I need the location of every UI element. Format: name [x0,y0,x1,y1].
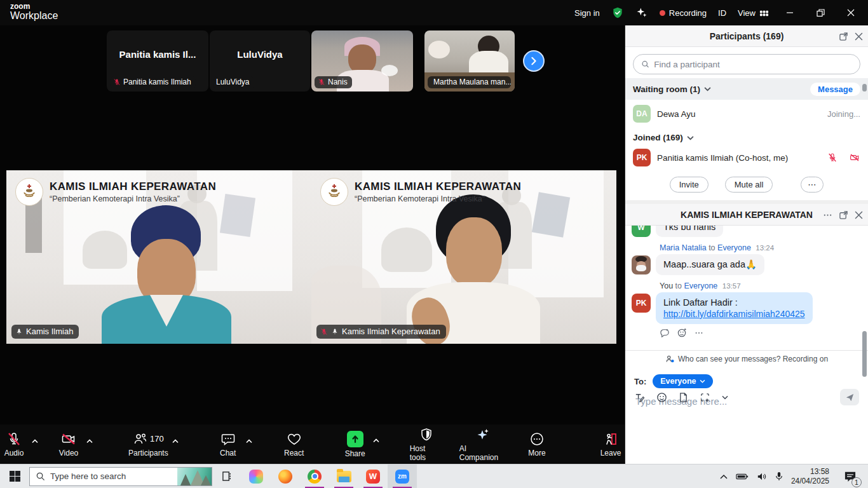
waiting-participant-row[interactable]: DA Dewa Ayu Joining... [625,100,868,128]
search-icon [36,471,45,481]
host-tools-button[interactable]: Host tools [410,427,443,462]
filmstrip-tile-martha[interactable]: Martha Maulana man... [424,30,515,92]
joined-participant-row[interactable]: PK Panitia kamis Ilmiah (Co-host, me) [625,144,868,172]
audience[interactable]: Everyone [717,243,751,252]
participants-scrollbar[interactable] [862,84,867,92]
chat-message[interactable]: PK Link Daftar Hadir : http://bit.ly/daf… [632,292,862,324]
audience[interactable]: Everyone [684,281,718,290]
close-participants-icon[interactable] [855,32,863,41]
main-video-left[interactable]: Kamis Ilmiah KAMIS ILMIAH KEPERAWATAN “P… [6,170,311,344]
restore-button[interactable] [811,4,830,22]
format-icon[interactable] [634,392,645,403]
video-button[interactable]: Video [55,431,83,458]
wps-office-app-icon[interactable]: W [358,464,388,488]
minimize-button[interactable] [780,4,799,22]
avatar: PK [632,294,651,313]
windows-logo-icon [10,471,20,482]
message-waiting-button[interactable]: Message [810,83,860,96]
close-window-button[interactable] [841,4,860,22]
reply-icon[interactable] [660,329,670,337]
chat-privacy-notice[interactable]: Who can see your messages? Recording on [625,350,868,367]
taskbar-clock[interactable]: 13:58 24/04/2025 [791,467,829,486]
ai-companion-label: AI Companion [459,444,506,462]
chat-message[interactable]: Maap..suara ga ada🙏 [632,254,862,275]
chrome-app-icon[interactable] [300,464,329,488]
filmstrip-next-button[interactable] [523,50,545,72]
send-button[interactable] [840,389,859,405]
search-highlight-image[interactable] [177,468,212,486]
presentation-title: KAMIS ILMIAH KEPERAWATAN [50,180,216,193]
participants-button[interactable]: 170 Participants [128,431,168,458]
screenshot-icon[interactable] [700,392,710,403]
share-button[interactable]: Share [341,431,369,458]
speaker-icon[interactable] [757,472,767,481]
participant-search-input[interactable] [654,60,852,69]
recording-indicator[interactable]: Recording [660,8,707,18]
message-link[interactable]: http://bit.ly/dafdirkamisilmiah240425 [663,309,805,319]
main-video-right[interactable]: Kamis Ilmiah Keperawatan KAMIS ILMIAH KE… [311,170,616,344]
sender-name[interactable]: Maria Natalia [660,243,707,252]
message-more-icon[interactable] [695,329,703,337]
file-explorer-app-icon[interactable] [329,464,358,488]
ai-sparkle-icon[interactable] [635,6,648,19]
ai-companion-button[interactable]: AI Companion [459,427,506,462]
more-button[interactable]: More [523,431,551,458]
chevron-down-icon[interactable] [687,135,694,140]
close-chat-icon[interactable] [855,211,863,219]
brand-workplace: Workplace [10,11,58,22]
chat-scrollbar[interactable] [862,331,867,377]
recipient-selector[interactable]: Everyone [653,374,712,388]
invite-button[interactable]: Invite [670,177,709,193]
mic-muted-icon [6,431,22,447]
chat-more-icon[interactable] [823,210,832,220]
mute-all-button[interactable]: Mute all [725,177,773,193]
add-reaction-icon[interactable] [677,328,687,337]
task-view-button[interactable] [212,464,241,488]
share-options-caret[interactable] [373,438,379,443]
sign-in-link[interactable]: Sign in [574,8,600,18]
chat-messages[interactable]: W Tks bu nanis Maria Natalia to Everyone… [625,226,868,350]
firefox-app-icon[interactable] [271,464,300,488]
joined-header[interactable]: Joined (169) [625,128,868,144]
chevron-down-icon[interactable] [704,86,711,92]
search-icon [641,60,649,69]
filmstrip-tile-nanis[interactable]: Nanis [311,30,413,92]
host-tools-label: Host tools [410,444,443,462]
battery-icon[interactable] [736,473,749,480]
attach-file-icon[interactable] [679,392,688,403]
start-button[interactable] [0,464,29,488]
chat-message[interactable]: W Tks bu nanis [632,226,862,237]
tray-mic-icon[interactable] [775,471,783,481]
compose-more-caret[interactable] [722,395,728,400]
presentation-title: KAMIS ILMIAH KEPERAWATAN [355,180,521,193]
participants-more-button[interactable]: ⋯ [801,177,824,193]
chat-button[interactable]: Chat [214,431,242,458]
react-button[interactable]: React [280,431,308,458]
waiting-room-header[interactable]: Waiting room (1) Message [625,78,868,100]
shield-check-icon[interactable] [611,6,624,19]
audio-button[interactable]: Audio [0,431,28,458]
audio-options-caret[interactable] [32,439,38,444]
view-button[interactable]: View [738,8,769,18]
filmstrip-tile-luluvidya[interactable]: LuluVidya LuluVidya [210,30,310,92]
meeting-toolbar: Audio Video 170 Participants [0,424,625,464]
avatar: PK [633,149,651,166]
chat-options-caret[interactable] [246,439,252,444]
recipient-value: Everyone [660,377,696,386]
video-options-caret[interactable] [86,439,93,444]
filmstrip-tile-panitia[interactable]: Panitia kamis Il... Panitia kamis Ilmiah [107,30,208,92]
notification-center-button[interactable]: 1 [837,464,863,488]
meeting-id-button[interactable]: ID [718,8,726,18]
emoji-icon[interactable] [656,392,667,403]
send-icon [845,393,855,402]
zoom-app-icon[interactable]: zm [388,464,417,488]
leave-button[interactable]: Leave [597,431,625,458]
participant-search[interactable] [633,54,860,74]
participants-options-caret[interactable] [172,439,179,444]
copilot-app-icon[interactable] [241,464,271,488]
popout-icon[interactable] [839,210,848,220]
popout-icon[interactable] [839,32,848,41]
message-meta: You to Everyone 13:57 [660,281,862,290]
taskbar-search[interactable]: Type here to search [29,467,212,486]
tray-chevron-icon[interactable] [720,474,728,479]
